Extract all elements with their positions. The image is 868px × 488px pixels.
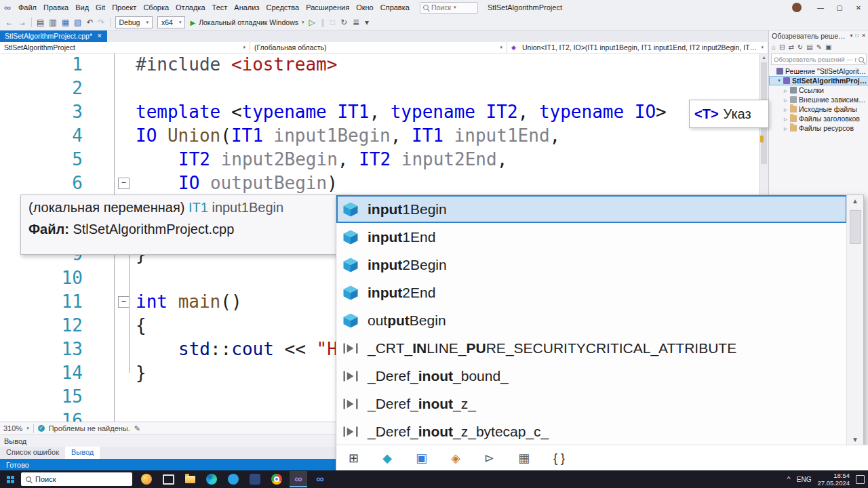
app-blue-icon[interactable] — [224, 471, 242, 487]
expander-icon[interactable]: ▼ — [777, 79, 783, 83]
open-file-icon[interactable]: ▥ — [49, 16, 56, 29]
edge-icon[interactable] — [203, 471, 220, 487]
line-number-10[interactable]: 10 — [0, 266, 83, 290]
navigate-back-icon[interactable]: ← — [5, 16, 14, 29]
close-icon[interactable]: ✕ — [861, 33, 866, 39]
tree-item-1[interactable]: ▼StlSetAlgorithmProject — [769, 76, 868, 85]
toolbar-overflow-icon[interactable]: ▾ — [365, 16, 369, 29]
panel-tab-1[interactable]: Вывод — [65, 447, 100, 459]
refresh-icon[interactable]: ↻ — [797, 43, 803, 51]
solution-explorer-search[interactable]: Обозреватель решений — пои — [771, 54, 867, 65]
menu-item-6[interactable]: Отладка — [172, 1, 208, 15]
tree-item-4[interactable]: ▷Исходные файлы — [769, 104, 868, 114]
scroll-up-arrow-icon[interactable]: ▲ — [847, 197, 863, 205]
popup-scrollbar[interactable]: ▲ ▼ — [846, 195, 863, 445]
scope-dropdown[interactable]: (Глобальная область) ▾ — [250, 42, 507, 53]
undo-icon[interactable]: ↶ — [86, 16, 93, 29]
health-indicator-icon[interactable]: ✓ — [38, 425, 45, 432]
menu-item-8[interactable]: Анализ — [231, 1, 262, 15]
line-number-15[interactable]: 15 — [0, 385, 83, 409]
collapse-all-icon[interactable]: ⊟ — [779, 43, 785, 51]
methods-filter-icon[interactable]: ◈ — [451, 451, 460, 466]
preview-icon[interactable]: ▣ — [825, 43, 831, 51]
file-explorer-icon[interactable] — [181, 471, 199, 487]
app-dark-icon[interactable] — [246, 471, 264, 487]
menu-item-11[interactable]: Окно — [353, 1, 377, 15]
line-number-5[interactable]: 5 — [0, 148, 83, 171]
task-view-icon[interactable] — [159, 471, 177, 487]
close-tab-icon[interactable]: ✕ — [97, 33, 102, 39]
language-indicator[interactable]: ENG — [797, 476, 812, 483]
classes-filter-icon[interactable]: ▣ — [416, 451, 427, 466]
line-number-4[interactable]: 4 — [0, 124, 83, 148]
home-icon[interactable]: ⌂ — [772, 43, 776, 51]
configuration-dropdown[interactable]: Debug ▾ — [115, 16, 153, 28]
expander-icon[interactable]: ▷ — [784, 88, 790, 93]
fold-collapse-button[interactable]: − — [118, 178, 130, 189]
line-number-11[interactable]: 11 — [0, 290, 83, 314]
panel-tab-0[interactable]: Список ошибок — [0, 447, 65, 459]
completion-item-7[interactable]: _Deref_inout_z_ — [336, 390, 847, 418]
line-number-6[interactable]: 6 — [0, 171, 83, 195]
platform-dropdown[interactable]: x64 ▾ — [157, 16, 185, 28]
redo-icon[interactable]: ↷ — [98, 16, 104, 29]
line-number-3[interactable]: 3 — [0, 100, 83, 124]
expander-icon[interactable]: ▷ — [784, 107, 790, 112]
float-window-icon[interactable]: □ — [855, 33, 859, 39]
start-debugging-button[interactable]: ▶ Локальный отладчик Windows ▾ — [190, 18, 304, 26]
fold-collapse-button[interactable]: − — [118, 296, 130, 308]
save-all-icon[interactable]: ▧ — [74, 16, 81, 29]
sync-with-active-document-icon[interactable]: ⇄ — [788, 43, 793, 51]
line-number-16[interactable]: 16 — [0, 409, 83, 422]
expander-icon[interactable]: ▷ — [784, 117, 790, 121]
taskbar-clock[interactable]: 18:54 27.05.2024 — [817, 472, 850, 487]
scroll-up-arrow-icon[interactable]: ▲ — [760, 53, 768, 62]
start-button[interactable] — [7, 476, 14, 483]
chrome-icon[interactable] — [268, 471, 285, 487]
completion-item-0[interactable]: input1Begin — [336, 195, 847, 223]
tree-item-5[interactable]: ▷Файлы заголовков — [769, 114, 868, 123]
braces-filter-icon[interactable]: { } — [553, 451, 565, 466]
minimize-button[interactable]: — — [811, 1, 830, 15]
completion-item-5[interactable]: _CRT_INLINE_PURE_SECURITYCRITICAL_ATTRIB… — [336, 334, 847, 362]
scrollbar-thumb[interactable] — [850, 210, 861, 244]
run-without-debug-icon[interactable]: ▷ — [309, 16, 315, 29]
menu-item-2[interactable]: Вид — [72, 1, 92, 15]
document-outline-icon[interactable]: ≣ — [353, 16, 359, 29]
refresh-icon[interactable]: ↻ — [340, 16, 347, 29]
visual-studio-taskbar-icon[interactable]: ∞ — [290, 471, 307, 487]
maximize-button[interactable]: ▢ — [830, 1, 849, 15]
completion-item-6[interactable]: _Deref_inout_bound_ — [336, 362, 847, 390]
scroll-down-arrow-icon[interactable]: ▼ — [847, 436, 863, 443]
new-item-filter-icon[interactable]: ⊞ — [349, 451, 359, 466]
completion-item-1[interactable]: input1End — [336, 223, 847, 251]
properties-icon[interactable]: ✎ — [816, 43, 822, 51]
completion-item-8[interactable]: _Deref_inout_z_bytecap_c_ — [336, 418, 847, 445]
tree-item-3[interactable]: ▷Внешние зависимости — [769, 95, 868, 104]
menu-item-10[interactable]: Расширения — [302, 1, 353, 15]
menu-item-1[interactable]: Правка — [40, 1, 72, 15]
chevron-down-icon[interactable]: ▾ — [26, 426, 29, 431]
zoom-level[interactable]: 310% — [3, 424, 22, 432]
taskbar-search[interactable]: Поиск — [21, 472, 132, 486]
tree-item-6[interactable]: ▷Файлы ресурсов — [769, 123, 868, 133]
macros-filter-icon[interactable]: ⊳ — [484, 451, 494, 466]
chevron-down-icon[interactable]: ▾ — [850, 33, 852, 39]
navigate-forward-icon[interactable]: → — [18, 16, 26, 29]
new-file-icon[interactable]: ▤ — [37, 16, 44, 29]
expander-icon[interactable]: ▷ — [784, 126, 790, 131]
menu-item-0[interactable]: Файл — [15, 1, 40, 15]
stop-icon[interactable]: □ — [330, 16, 335, 29]
user-avatar[interactable] — [792, 3, 802, 12]
completion-item-4[interactable]: outputBegin — [336, 306, 847, 334]
project-dropdown[interactable]: StlSetAlgorithmProject ▾ — [0, 42, 250, 53]
menu-item-9[interactable]: Средства — [262, 1, 302, 15]
pause-icon[interactable]: ∥ — [321, 16, 325, 29]
completion-item-2[interactable]: input2Begin — [336, 251, 847, 279]
line-number-1[interactable]: 1 — [0, 53, 83, 77]
tray-expand-icon[interactable]: ^ — [787, 475, 791, 483]
notification-center-icon[interactable] — [856, 475, 865, 484]
completion-item-3[interactable]: input2End — [336, 279, 847, 306]
line-number-12[interactable]: 12 — [0, 314, 83, 338]
show-all-files-icon[interactable]: ▤ — [806, 43, 812, 51]
